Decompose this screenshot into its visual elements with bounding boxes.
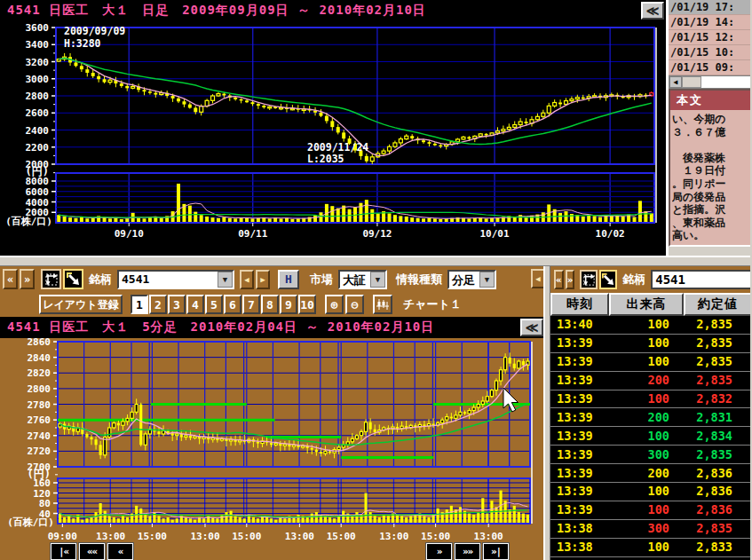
sales-row: 13:401002,835: [550, 316, 752, 335]
news-headline-row[interactable]: /01/15 12:: [669, 30, 752, 45]
sale-price: 2,835: [669, 317, 752, 331]
sales-row: 13:391002,836: [550, 483, 752, 501]
panel-separator-vertical[interactable]: [543, 266, 550, 560]
sales-row: 13:392002,831: [550, 408, 752, 427]
sale-volume: 200: [606, 373, 669, 387]
news-headline-list[interactable]: /01/19 17:/01/19 14:/01/15 12:/01/15 10:…: [669, 0, 752, 75]
sale-volume: 200: [606, 410, 669, 424]
sale-time: 13:39: [550, 447, 606, 461]
news-panel: /01/19 17:/01/19 14:/01/15 12:/01/15 10:…: [666, 0, 752, 257]
h-button[interactable]: H: [278, 270, 299, 289]
news-body-line: [672, 242, 752, 247]
move-window-icon[interactable]: [580, 270, 598, 289]
news-body-line: 、東和薬品: [672, 217, 752, 230]
svg-text:3000: 3000: [26, 74, 50, 85]
layout-page-7[interactable]: 7: [242, 295, 260, 314]
sale-time: 13:39: [550, 391, 606, 406]
sale-volume: 100: [606, 391, 669, 406]
zoom-in-icon[interactable]: ⊕: [325, 295, 344, 314]
scroll-left-button[interactable]: «: [3, 269, 18, 289]
news-body: 本文 い、今期の３．６７億 後発薬株 １９日付。同リポー局の後発品と指摘。沢、東…: [669, 89, 752, 247]
svg-text:09:00: 09:00: [48, 531, 77, 542]
chart-type-icon[interactable]: [373, 295, 392, 314]
nav-forward-button-1[interactable]: »»: [455, 543, 480, 560]
news-body-line: １９日付: [672, 164, 752, 177]
scroll-right-button[interactable]: »: [566, 270, 575, 289]
layout-page-6[interactable]: 6: [224, 295, 241, 314]
sale-price: 2,835: [669, 335, 752, 350]
layout-page-8[interactable]: 8: [261, 295, 279, 314]
layout-page-5[interactable]: 5: [205, 295, 223, 314]
pointer-tool-icon[interactable]: [599, 270, 617, 289]
symbol-label: 銘柄: [89, 272, 112, 288]
news-body-line: 局の後発品: [672, 191, 752, 204]
move-window-icon[interactable]: [41, 269, 61, 289]
layout-page-2[interactable]: 2: [149, 295, 167, 314]
sale-time: 13:39: [550, 335, 606, 350]
nav-forward-button-0[interactable]: »: [426, 543, 452, 560]
nav-back-button-1[interactable]: ««: [79, 543, 105, 560]
next-symbol-button[interactable]: ▶: [256, 270, 270, 289]
svg-text:2009/11/24: 2009/11/24: [307, 141, 368, 154]
column-header-0[interactable]: 時刻: [550, 293, 609, 316]
info-type-combobox[interactable]: 分足 ▼: [447, 270, 496, 289]
chevron-down-icon[interactable]: ▼: [370, 272, 385, 288]
svg-text:15:00: 15:00: [232, 531, 261, 542]
news-horizontal-scrollbar[interactable]: ◀: [669, 75, 752, 89]
market-value: 大証: [340, 272, 370, 288]
daily-chart-panel: 4541 日医工 大１ 日足 2009年09月09日 ～ 2010年02月10日…: [0, 0, 666, 256]
nav-back-button-0[interactable]: |«: [51, 543, 76, 560]
sale-time: 13:39: [550, 484, 606, 498]
layout-page-10[interactable]: 10: [298, 295, 316, 314]
svg-text:L:2035: L:2035: [307, 153, 344, 165]
market-combobox[interactable]: 大証 ▼: [338, 270, 387, 289]
sale-volume: 100: [606, 335, 669, 350]
svg-text:15:00: 15:00: [421, 531, 450, 542]
svg-text:2840: 2840: [28, 352, 51, 364]
zoom-out-icon[interactable]: ⊖: [345, 295, 364, 314]
scroll-left-icon[interactable]: ◀: [669, 76, 682, 88]
chart-nav-left: |««««: [51, 543, 133, 560]
sale-time: 13:39: [550, 466, 606, 480]
svg-text:H:3280: H:3280: [64, 37, 101, 50]
sales-table-rows: 13:401002,83513:391002,83513:391002,8351…: [550, 316, 752, 557]
svg-text:2860: 2860: [28, 338, 51, 348]
chevron-down-icon[interactable]: ▼: [479, 272, 495, 288]
news-headline-row[interactable]: /01/19 14:: [669, 15, 752, 30]
sales-toolbar: « » 銘柄: [550, 266, 752, 293]
layout-register-button[interactable]: レイアウト登録: [39, 295, 123, 314]
news-body-line: 後発薬株: [672, 152, 752, 165]
symbol-label: 銘柄: [622, 272, 645, 288]
sale-price: 2,836: [669, 484, 752, 498]
column-header-2[interactable]: 約定値: [684, 293, 752, 316]
nav-back-button-2[interactable]: «: [107, 543, 133, 560]
layout-page-9[interactable]: 9: [280, 295, 297, 314]
symbol-combobox[interactable]: 4541 ▼: [117, 270, 234, 289]
sale-price: 2,836: [669, 502, 752, 517]
sales-row: 13:391002,835: [550, 353, 752, 372]
scrollbar-thumb[interactable]: [682, 76, 701, 88]
intraday-candlestick-chart: 2860284028202800278027602740272027001601…: [0, 338, 543, 560]
collapse-icon[interactable]: ≪: [520, 319, 543, 336]
news-body-text: い、今期の３．６７億 後発薬株 １９日付。同リポー局の後発品と指摘。沢、東和薬品…: [670, 110, 752, 247]
pointer-tool-icon[interactable]: [63, 269, 83, 289]
sale-volume: 100: [606, 502, 669, 517]
symbol-input[interactable]: [651, 270, 752, 289]
news-headline-row[interactable]: /01/15 09:: [669, 60, 752, 75]
scroll-right-button[interactable]: »: [20, 269, 35, 289]
panel-separator-horizontal[interactable]: [0, 256, 752, 266]
news-headline-row[interactable]: /01/19 17:: [669, 0, 752, 15]
news-headline-row[interactable]: /01/15 10:: [669, 45, 752, 60]
chevron-down-icon[interactable]: ▼: [218, 272, 233, 288]
scroll-left-button[interactable]: «: [554, 270, 564, 289]
layout-page-1[interactable]: 1: [131, 295, 148, 314]
nav-forward-button-2[interactable]: »|: [483, 543, 509, 560]
column-header-1[interactable]: 出来高: [609, 293, 684, 316]
layout-page-4[interactable]: 4: [186, 295, 204, 314]
svg-text:(百株/口): (百株/口): [7, 517, 54, 528]
svg-text:2780: 2780: [28, 399, 51, 411]
sales-table-header: 時刻出来高約定値: [550, 293, 752, 316]
collapse-icon[interactable]: ≪: [641, 2, 664, 20]
prev-symbol-button[interactable]: ◀: [240, 270, 254, 289]
layout-page-3[interactable]: 3: [168, 295, 186, 314]
